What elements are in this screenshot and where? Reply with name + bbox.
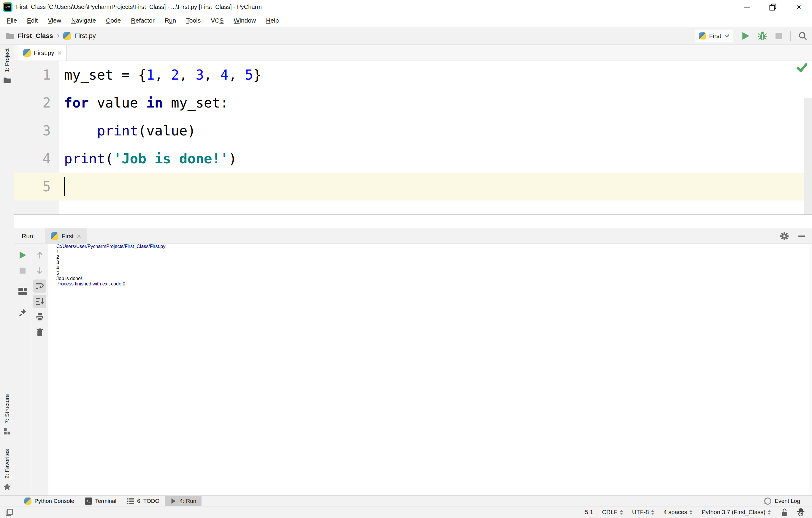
console-line: 5 <box>56 271 812 276</box>
code-segment: 5 <box>245 67 253 83</box>
close-icon: ✕ <box>796 4 802 11</box>
run-config-select[interactable]: First <box>695 30 733 42</box>
encoding-widget[interactable]: UTF-8 <box>632 509 655 516</box>
python-icon <box>699 32 706 39</box>
menu-item-navigate[interactable]: Navigate <box>66 17 101 24</box>
label: E <box>27 17 31 24</box>
label: iew <box>52 17 61 24</box>
indent-widget[interactable]: 4 spaces <box>663 509 693 516</box>
rerun-button[interactable] <box>16 247 29 263</box>
editor-run-splitter[interactable] <box>14 214 812 228</box>
label: : Favorites <box>4 449 10 475</box>
code-segment: 1 <box>146 67 155 83</box>
print-button[interactable] <box>33 309 46 325</box>
tool-button-terminal[interactable]: >_ Terminal <box>80 496 122 506</box>
text-caret <box>64 177 65 196</box>
menu-item-file[interactable]: File <box>2 17 22 24</box>
python-file-icon <box>23 49 31 57</box>
run-controls-toolbar <box>14 244 31 495</box>
code-line: 3 print(value) <box>14 117 812 145</box>
editor-scrollbar[interactable] <box>804 98 812 214</box>
code-segment: ) <box>229 151 237 167</box>
down-stacktrace-button <box>33 263 46 278</box>
star-icon <box>3 483 11 491</box>
label: 1 <box>4 69 10 73</box>
minimize-button[interactable]: — <box>734 0 760 14</box>
restore-layout-button[interactable] <box>16 284 29 299</box>
debug-button[interactable] <box>758 31 767 41</box>
soft-wrap-toggle[interactable] <box>33 279 46 293</box>
run-tab-close-icon[interactable]: × <box>77 232 81 240</box>
inspections-ok-icon[interactable] <box>796 63 807 72</box>
menu-item-refactor[interactable]: Refactor <box>126 17 160 24</box>
status-widgets: 5:1 CRLF UTF-8 4 spaces Python 3.7 (Firs… <box>585 508 805 517</box>
breadcrumb-project[interactable]: First_Class <box>18 32 53 40</box>
close-button[interactable]: ✕ <box>786 0 812 14</box>
menu-item-run[interactable]: Run <box>160 17 181 24</box>
breadcrumb-separator-icon: › <box>57 31 60 39</box>
code-segment <box>64 123 97 139</box>
label: W <box>234 17 239 24</box>
console-line: Process finished with exit code 0 <box>56 281 812 287</box>
menu-item-tools[interactable]: Tools <box>181 17 206 24</box>
toolbar-divider <box>18 281 28 281</box>
hide-panel-icon[interactable] <box>798 232 806 240</box>
inspections-profile-icon[interactable] <box>796 508 805 517</box>
tool-button-python-console[interactable]: Python Console <box>19 496 80 506</box>
clear-console-button[interactable] <box>33 325 46 340</box>
unlocked-icon[interactable] <box>780 508 788 517</box>
console-line: C:/Users/User/PycharmProjects/First_Clas… <box>56 244 812 249</box>
tool-button-todo[interactable]: 6: TODO <box>122 496 165 506</box>
line-ending-widget[interactable]: CRLF <box>602 509 623 516</box>
window-title: First_Class [C:\Users\User\PycharmProjec… <box>16 4 262 10</box>
gutter <box>14 200 59 214</box>
label: VC <box>211 17 219 24</box>
pin-tab-button[interactable] <box>16 305 29 321</box>
tool-button-favorites[interactable]: 2: Favorites <box>4 449 10 479</box>
label: dit <box>31 17 38 24</box>
label: Event Log <box>775 498 800 505</box>
interpreter-widget[interactable]: Python 3.7 (First_Class) <box>702 509 771 516</box>
label: V <box>48 17 52 24</box>
tool-button-project[interactable]: 1: Project <box>4 48 10 72</box>
console-output[interactable]: C:/Users/User/PycharmProjects/First_Clas… <box>48 244 812 495</box>
menu-item-edit[interactable]: Edit <box>22 17 43 24</box>
menu-item-view[interactable]: View <box>43 17 66 24</box>
menu-item-code[interactable]: Code <box>101 17 126 24</box>
menu-item-vcs[interactable]: VCS <box>206 17 229 24</box>
tool-button-run[interactable]: 4: Run <box>165 496 202 506</box>
menu-item-help[interactable]: Help <box>261 17 284 24</box>
run-tab-first[interactable]: First × <box>45 228 87 244</box>
tool-window-toggle-icon[interactable] <box>5 509 13 516</box>
code-segment: for <box>64 95 89 111</box>
updown-icon <box>651 509 655 515</box>
restore-button[interactable] <box>760 0 786 14</box>
title-bar: PC First_Class [C:\Users\User\PycharmPro… <box>0 0 812 14</box>
tool-button-structure[interactable]: 7: Structure <box>4 394 10 423</box>
event-log-button[interactable]: Event Log <box>764 496 800 506</box>
pycharm-logo-text: PC <box>4 4 11 11</box>
line-number: 4 <box>14 145 59 172</box>
label: R <box>131 17 135 24</box>
label: T <box>186 17 190 24</box>
caret-position-widget[interactable]: 5:1 <box>585 509 593 516</box>
menu-bar: File Edit View Navigate Code Refactor Ru… <box>0 14 812 27</box>
python-icon <box>24 497 31 505</box>
label: Terminal <box>95 498 116 505</box>
search-everywhere-button[interactable] <box>799 31 807 40</box>
console-line: 4 <box>56 265 812 271</box>
tab-close-icon[interactable]: × <box>57 49 62 57</box>
breadcrumb-file[interactable]: First.py <box>75 32 96 40</box>
chevron-down-icon <box>724 34 729 38</box>
code-text: my_set = {1, 2, 3, 4, 5} <box>59 61 812 89</box>
editor-tab-first-py[interactable]: First.py × <box>18 45 67 61</box>
menu-item-window[interactable]: Window <box>229 17 261 24</box>
run-button[interactable] <box>741 31 750 40</box>
code-segment: print <box>64 151 105 167</box>
code-segment: ( <box>105 151 113 167</box>
console-scrollbar[interactable] <box>809 244 812 495</box>
scroll-to-end-toggle[interactable] <box>33 295 46 308</box>
settings-gear-icon[interactable] <box>780 232 789 241</box>
tool-window-bar: Python Console >_ Terminal 6: TODO 4: Ru… <box>0 495 812 506</box>
code-editor[interactable]: 1 my_set = {1, 2, 3, 4, 5} 2 for value i… <box>14 61 812 214</box>
